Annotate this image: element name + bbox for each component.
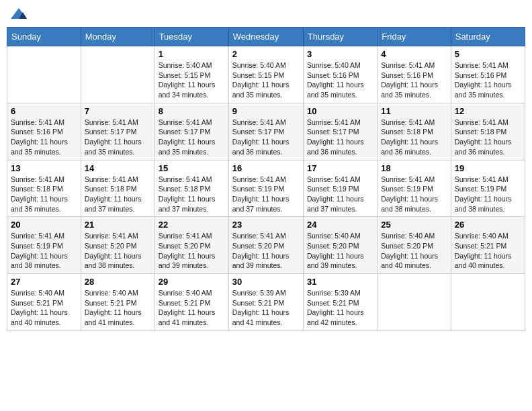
day-info: Sunrise: 5:40 AMSunset: 5:15 PMDaylight:… bbox=[159, 60, 225, 100]
sunrise: Sunrise: 5:41 AM bbox=[11, 118, 77, 128]
logo bbox=[9, 7, 30, 21]
daylight: Daylight: 11 hours and 38 minutes. bbox=[85, 251, 151, 271]
calendar-cell: 27Sunrise: 5:40 AMSunset: 5:21 PMDayligh… bbox=[7, 274, 81, 331]
sunrise: Sunrise: 5:40 AM bbox=[307, 60, 373, 71]
day-number: 7 bbox=[85, 106, 151, 116]
daylight: Daylight: 11 hours and 35 minutes. bbox=[381, 80, 447, 99]
daylight: Daylight: 11 hours and 36 minutes. bbox=[11, 194, 77, 214]
calendar-cell: 18Sunrise: 5:41 AMSunset: 5:19 PMDayligh… bbox=[378, 160, 451, 217]
day-number: 31 bbox=[307, 277, 373, 287]
sunrise: Sunrise: 5:41 AM bbox=[381, 175, 447, 185]
weekday-header-wednesday: Wednesday bbox=[228, 28, 303, 46]
sunrise: Sunrise: 5:41 AM bbox=[159, 175, 225, 185]
daylight: Daylight: 11 hours and 41 minutes. bbox=[159, 308, 225, 327]
daylight: Daylight: 11 hours and 37 minutes. bbox=[85, 194, 151, 214]
calendar-cell: 6Sunrise: 5:41 AMSunset: 5:16 PMDaylight… bbox=[7, 103, 81, 160]
day-info: Sunrise: 5:41 AMSunset: 5:19 PMDaylight:… bbox=[232, 175, 300, 214]
daylight: Daylight: 11 hours and 35 minutes. bbox=[85, 137, 151, 156]
daylight: Daylight: 11 hours and 40 minutes. bbox=[11, 308, 77, 327]
day-info: Sunrise: 5:41 AMSunset: 5:16 PMDaylight:… bbox=[11, 118, 77, 157]
day-info: Sunrise: 5:40 AMSunset: 5:20 PMDaylight:… bbox=[307, 231, 373, 271]
day-info: Sunrise: 5:40 AMSunset: 5:21 PMDaylight:… bbox=[11, 288, 77, 328]
sunset: Sunset: 5:21 PM bbox=[11, 298, 77, 308]
daylight: Daylight: 11 hours and 37 minutes. bbox=[232, 194, 300, 214]
sunrise: Sunrise: 5:41 AM bbox=[232, 175, 300, 185]
weekday-header-thursday: Thursday bbox=[303, 28, 377, 46]
daylight: Daylight: 11 hours and 39 minutes. bbox=[232, 251, 300, 271]
daylight: Daylight: 11 hours and 35 minutes. bbox=[159, 137, 225, 156]
sunset: Sunset: 5:18 PM bbox=[455, 127, 521, 137]
sunset: Sunset: 5:19 PM bbox=[307, 184, 373, 194]
sunset: Sunset: 5:20 PM bbox=[159, 241, 225, 251]
sunrise: Sunrise: 5:41 AM bbox=[455, 118, 521, 128]
day-number: 6 bbox=[11, 106, 77, 116]
day-info: Sunrise: 5:41 AMSunset: 5:20 PMDaylight:… bbox=[159, 231, 225, 271]
sunrise: Sunrise: 5:39 AM bbox=[232, 288, 300, 298]
day-info: Sunrise: 5:41 AMSunset: 5:18 PMDaylight:… bbox=[381, 118, 447, 157]
daylight: Daylight: 11 hours and 36 minutes. bbox=[307, 137, 373, 156]
daylight: Daylight: 11 hours and 34 minutes. bbox=[159, 80, 225, 99]
day-number: 12 bbox=[455, 106, 521, 116]
calendar-cell: 24Sunrise: 5:40 AMSunset: 5:20 PMDayligh… bbox=[303, 217, 377, 274]
day-number: 11 bbox=[381, 106, 447, 116]
day-info: Sunrise: 5:41 AMSunset: 5:20 PMDaylight:… bbox=[232, 231, 300, 271]
sunset: Sunset: 5:20 PM bbox=[232, 241, 300, 251]
sunrise: Sunrise: 5:41 AM bbox=[307, 118, 373, 128]
sunrise: Sunrise: 5:40 AM bbox=[307, 231, 373, 241]
calendar: SundayMondayTuesdayWednesdayThursdayFrid… bbox=[7, 27, 525, 331]
sunrise: Sunrise: 5:40 AM bbox=[159, 60, 225, 71]
daylight: Daylight: 11 hours and 41 minutes. bbox=[232, 308, 300, 327]
calendar-cell: 13Sunrise: 5:41 AMSunset: 5:18 PMDayligh… bbox=[7, 160, 81, 217]
sunset: Sunset: 5:18 PM bbox=[85, 184, 151, 194]
sunset: Sunset: 5:19 PM bbox=[232, 184, 300, 194]
day-info: Sunrise: 5:41 AMSunset: 5:17 PMDaylight:… bbox=[307, 118, 373, 157]
sunrise: Sunrise: 5:40 AM bbox=[85, 288, 151, 298]
daylight: Daylight: 11 hours and 38 minutes. bbox=[381, 194, 447, 214]
sunset: Sunset: 5:21 PM bbox=[85, 298, 151, 308]
daylight: Daylight: 11 hours and 35 minutes. bbox=[307, 80, 373, 99]
day-info: Sunrise: 5:39 AMSunset: 5:21 PMDaylight:… bbox=[232, 288, 300, 328]
day-number: 27 bbox=[11, 277, 77, 287]
sunset: Sunset: 5:19 PM bbox=[455, 184, 521, 194]
sunset: Sunset: 5:16 PM bbox=[381, 71, 447, 81]
day-number: 5 bbox=[455, 49, 521, 59]
daylight: Daylight: 11 hours and 35 minutes. bbox=[232, 80, 300, 99]
sunset: Sunset: 5:19 PM bbox=[381, 184, 447, 194]
daylight: Daylight: 11 hours and 37 minutes. bbox=[159, 194, 225, 214]
calendar-cell bbox=[81, 46, 154, 103]
page-header bbox=[7, 7, 525, 21]
calendar-cell: 9Sunrise: 5:41 AMSunset: 5:17 PMDaylight… bbox=[228, 103, 303, 160]
calendar-cell: 23Sunrise: 5:41 AMSunset: 5:20 PMDayligh… bbox=[228, 217, 303, 274]
day-info: Sunrise: 5:41 AMSunset: 5:19 PMDaylight:… bbox=[11, 231, 77, 271]
day-info: Sunrise: 5:40 AMSunset: 5:21 PMDaylight:… bbox=[85, 288, 151, 328]
day-info: Sunrise: 5:40 AMSunset: 5:15 PMDaylight:… bbox=[232, 60, 300, 100]
logo-icon bbox=[9, 7, 28, 21]
day-number: 21 bbox=[85, 220, 151, 230]
daylight: Daylight: 11 hours and 37 minutes. bbox=[307, 194, 373, 214]
sunset: Sunset: 5:17 PM bbox=[85, 127, 151, 137]
sunrise: Sunrise: 5:40 AM bbox=[232, 60, 300, 71]
sunrise: Sunrise: 5:41 AM bbox=[159, 118, 225, 128]
day-info: Sunrise: 5:40 AMSunset: 5:21 PMDaylight:… bbox=[455, 231, 521, 271]
calendar-cell: 26Sunrise: 5:40 AMSunset: 5:21 PMDayligh… bbox=[451, 217, 525, 274]
sunset: Sunset: 5:21 PM bbox=[159, 298, 225, 308]
sunset: Sunset: 5:20 PM bbox=[381, 241, 447, 251]
sunset: Sunset: 5:21 PM bbox=[307, 298, 373, 308]
day-number: 26 bbox=[455, 220, 521, 230]
sunset: Sunset: 5:15 PM bbox=[159, 71, 225, 81]
day-number: 10 bbox=[307, 106, 373, 116]
day-number: 20 bbox=[11, 220, 77, 230]
sunset: Sunset: 5:19 PM bbox=[11, 241, 77, 251]
sunrise: Sunrise: 5:41 AM bbox=[455, 60, 521, 71]
daylight: Daylight: 11 hours and 41 minutes. bbox=[85, 308, 151, 327]
calendar-cell: 7Sunrise: 5:41 AMSunset: 5:17 PMDaylight… bbox=[81, 103, 154, 160]
calendar-cell: 8Sunrise: 5:41 AMSunset: 5:17 PMDaylight… bbox=[154, 103, 228, 160]
sunrise: Sunrise: 5:41 AM bbox=[381, 60, 447, 71]
day-number: 22 bbox=[159, 220, 225, 230]
sunrise: Sunrise: 5:41 AM bbox=[85, 175, 151, 185]
daylight: Daylight: 11 hours and 39 minutes. bbox=[159, 251, 225, 271]
day-number: 19 bbox=[455, 163, 521, 173]
day-info: Sunrise: 5:41 AMSunset: 5:19 PMDaylight:… bbox=[307, 175, 373, 214]
sunrise: Sunrise: 5:41 AM bbox=[381, 118, 447, 128]
sunrise: Sunrise: 5:41 AM bbox=[85, 231, 151, 241]
